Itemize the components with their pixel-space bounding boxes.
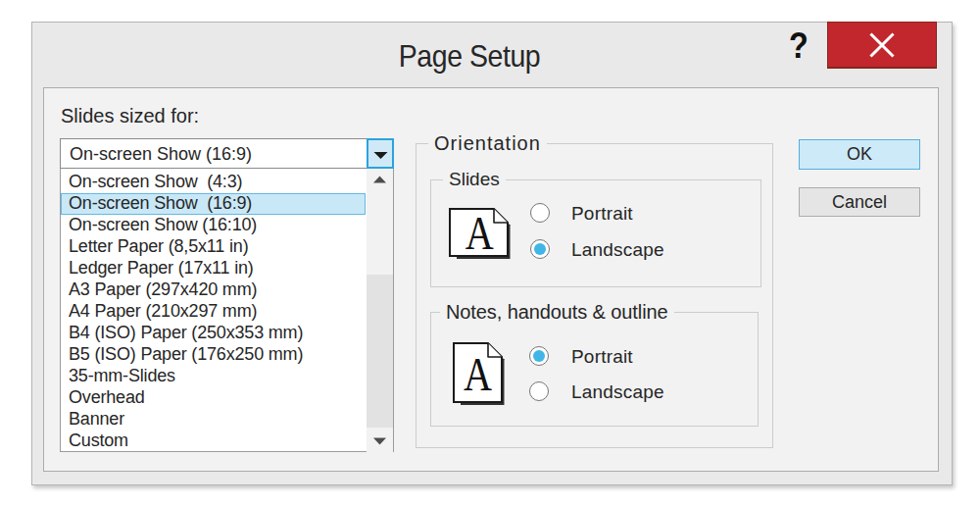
- svg-text:A: A: [466, 208, 495, 260]
- svg-text:A: A: [464, 347, 493, 401]
